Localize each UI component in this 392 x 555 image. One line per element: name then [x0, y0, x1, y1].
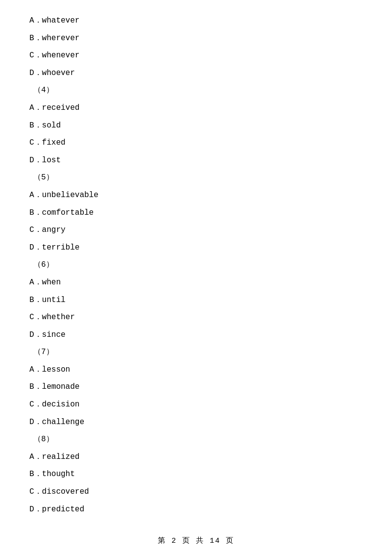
list-item: B．until	[29, 294, 363, 307]
section-number: （4）	[33, 84, 363, 97]
list-item: B．comfortable	[29, 207, 363, 220]
section-number: （5）	[33, 172, 363, 184]
list-item: D．predicted	[29, 504, 363, 516]
section-number: （8）	[33, 433, 363, 446]
section-5: （5） A．unbelievable B．comfortable C．angry…	[29, 172, 363, 254]
list-item: A．unbelievable	[29, 189, 363, 202]
list-item: C．fixed	[29, 137, 363, 150]
section-6: （6） A．when B．until C．whether D．since	[29, 259, 363, 341]
section-number: （6）	[33, 259, 363, 272]
list-item: A．lesson	[29, 364, 363, 377]
list-item: C．discovered	[29, 486, 363, 499]
section-8: （8） A．realized B．thought C．discovered D．…	[29, 433, 363, 516]
list-item: A．when	[29, 277, 363, 289]
list-item: A．whatever	[29, 15, 363, 27]
list-item: D．lost	[29, 154, 363, 167]
list-item: C．whenever	[29, 50, 363, 62]
section-4: （4） A．received B．sold C．fixed D．lost	[29, 84, 363, 167]
list-item: B．thought	[29, 468, 363, 481]
page-footer: 第 2 页 共 14 页	[0, 536, 392, 545]
list-item: A．received	[29, 102, 363, 115]
list-item: D．whoever	[29, 67, 363, 80]
list-item: B．sold	[29, 120, 363, 132]
list-item: D．terrible	[29, 242, 363, 254]
list-item: B．wherever	[29, 32, 363, 45]
list-item: C．decision	[29, 399, 363, 411]
list-item: A．realized	[29, 451, 363, 464]
section-7: （7） A．lesson B．lemonade C．decision D．cha…	[29, 346, 363, 429]
main-content: A．whatever B．wherever C．whenever D．whoev…	[0, 0, 392, 550]
list-item: C．angry	[29, 224, 363, 237]
section-no-number: A．whatever B．wherever C．whenever D．whoev…	[29, 15, 363, 79]
list-item: C．whether	[29, 311, 363, 324]
list-item: D．since	[29, 329, 363, 342]
section-number: （7）	[33, 346, 363, 359]
list-item: D．challenge	[29, 416, 363, 429]
list-item: B．lemonade	[29, 381, 363, 394]
